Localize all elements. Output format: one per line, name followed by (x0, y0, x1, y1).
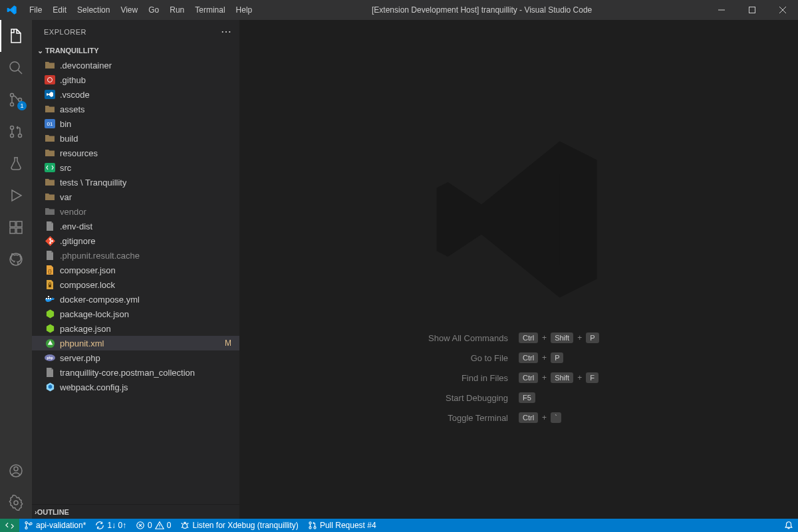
svg-rect-30 (48, 296, 49, 297)
outline-section-header[interactable]: › OUTLINE (32, 504, 239, 519)
composer-json: {} (44, 264, 56, 276)
folder-brown (44, 191, 56, 203)
tree-folder[interactable]: tests \ Tranquillity (32, 175, 239, 190)
warning-count: 0 (167, 521, 172, 530)
menu-file[interactable]: File (24, 0, 47, 20)
activity-github[interactable] (0, 243, 32, 275)
activity-explorer[interactable] (0, 20, 32, 52)
tree-file[interactable]: docker-compose.yml (32, 292, 239, 307)
activity-scm[interactable]: 1 (0, 84, 32, 116)
tree-folder[interactable]: build (32, 131, 239, 146)
tree-folder[interactable]: src (32, 160, 239, 175)
folder-brown (44, 59, 56, 71)
tree-item-label: composer.json (60, 265, 116, 275)
tree-item-label: .vscode (60, 90, 90, 100)
sidebar-header: EXPLORER ⋯ (32, 20, 239, 43)
activity-accounts[interactable] (0, 455, 32, 487)
tree-item-label: src (60, 163, 71, 173)
folder-brown (44, 132, 56, 144)
tree-folder[interactable]: resources (32, 146, 239, 160)
menu-terminal[interactable]: Terminal (190, 0, 230, 20)
tree-item-label: package.json (60, 324, 111, 334)
tree-folder[interactable]: .vscode (32, 87, 239, 102)
tree-file[interactable]: composer.lock (32, 277, 239, 292)
tree-item-label: webpack.config.js (60, 382, 128, 392)
tree-item-label: .gitignore (60, 236, 95, 246)
svg-rect-16 (45, 75, 55, 84)
explorer-section-header[interactable]: ⌄ TRANQUILLITY (32, 43, 239, 58)
activity-run-debug[interactable] (0, 180, 32, 211)
tree-file[interactable]: package.json (32, 321, 239, 336)
tree-folder[interactable]: .github (32, 72, 239, 87)
tree-file[interactable]: .env-dist (32, 219, 239, 233)
tree-item-label: tests \ Tranquillity (60, 178, 126, 188)
file-gray (44, 366, 56, 378)
tree-file[interactable]: tranquillity-core.postman_collection (32, 365, 239, 380)
tree-item-label: var (60, 192, 72, 202)
shortcut-label: Show All Commands (266, 333, 519, 343)
svg-point-36 (30, 523, 32, 525)
activity-settings[interactable] (0, 487, 32, 519)
status-branch[interactable]: api-validation* (19, 519, 90, 532)
tree-item-label: assets (60, 104, 85, 114)
menu-run[interactable]: Run (164, 0, 190, 20)
pr-label: Pull Request #4 (320, 521, 376, 530)
menu-selection[interactable]: Selection (72, 0, 115, 20)
svg-point-5 (11, 126, 14, 130)
tree-file[interactable]: webpack.config.js (32, 380, 239, 394)
activity-extensions[interactable] (0, 211, 32, 243)
status-remote[interactable] (0, 519, 19, 532)
keycap: Shift (551, 332, 573, 343)
status-debug[interactable]: Listen for Xdebug (tranquillity) (176, 519, 303, 532)
activity-testing[interactable] (0, 148, 32, 180)
status-problems[interactable]: 0 0 (131, 519, 176, 532)
tree-item-label: docker-compose.yml (60, 295, 140, 305)
tree-folder[interactable]: .devcontainer (32, 58, 239, 72)
scm-badge: 1 (17, 101, 27, 110)
docker-icon (44, 293, 56, 305)
shortcut-label: Start Debugging (266, 393, 519, 403)
menu-go[interactable]: Go (143, 0, 164, 20)
shortcut-row: Find in FilesCtrl+Shift+F (239, 372, 798, 383)
tree-file[interactable]: phpserver.php (32, 350, 239, 365)
activity-search[interactable] (0, 52, 32, 84)
tree-file[interactable]: .gitignore (32, 233, 239, 248)
svg-point-41 (314, 527, 316, 529)
menu-edit[interactable]: Edit (47, 0, 72, 20)
keycap: F (586, 372, 598, 383)
sidebar-more-icon[interactable]: ⋯ (221, 25, 232, 38)
menu-help[interactable]: Help (231, 0, 258, 20)
tree-item-label: .devcontainer (60, 61, 112, 70)
tree-folder[interactable]: assets (32, 102, 239, 116)
tree-file[interactable]: package-lock.json (32, 307, 239, 321)
shortcut-keys: Ctrl+P (519, 352, 771, 363)
tree-item-label: build (60, 134, 78, 144)
menu-view[interactable]: View (115, 0, 143, 20)
tree-file[interactable]: {}composer.json (32, 263, 239, 277)
keycap: P (551, 352, 563, 363)
svg-rect-0 (749, 7, 755, 13)
shortcut-keys: Ctrl+` (519, 412, 771, 423)
status-notifications[interactable] (779, 519, 798, 532)
status-pull-request[interactable]: Pull Request #4 (303, 519, 381, 532)
shortcut-keys: Ctrl+Shift+P (519, 332, 771, 343)
tree-folder[interactable]: 01bin (32, 116, 239, 131)
chevron-down-icon: ⌄ (35, 47, 45, 55)
maximize-button[interactable] (737, 0, 767, 20)
tree-file[interactable]: phpunit.xmlM (32, 336, 239, 350)
activity-pull-requests[interactable] (0, 116, 32, 148)
svg-point-15 (14, 501, 18, 505)
keycap: Shift (551, 372, 573, 383)
close-button[interactable] (767, 0, 798, 20)
folder-gray (44, 205, 56, 217)
key-separator: + (542, 353, 547, 362)
tree-item-label: server.php (60, 353, 100, 363)
tree-file[interactable]: .phpunit.result.cache (32, 248, 239, 263)
tree-folder[interactable]: vendor (32, 204, 239, 219)
tree-folder[interactable]: var (32, 190, 239, 204)
tree-item-label: .env-dist (60, 221, 92, 231)
status-sync[interactable]: 1↓ 0↑ (90, 519, 131, 532)
minimize-button[interactable] (706, 0, 737, 20)
svg-point-40 (309, 527, 311, 529)
error-count: 0 (148, 521, 152, 530)
